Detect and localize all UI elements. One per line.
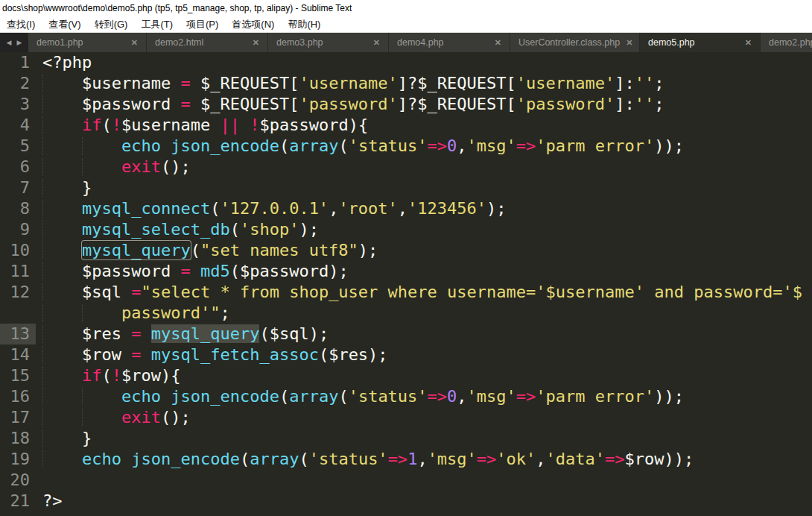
indent-guide <box>42 75 43 92</box>
menu-item-6[interactable]: 帮助(H) <box>281 16 327 32</box>
code-token: '' <box>635 95 655 113</box>
code-token: $username <box>42 74 180 92</box>
code-token: if <box>82 366 102 385</box>
tab-close-icon[interactable]: ✕ <box>373 38 380 48</box>
code-text[interactable]: echo json_encode(array('status'=>0,'msg'… <box>36 386 812 407</box>
tab-label: demo4.php <box>397 37 444 48</box>
code-editor[interactable]: 1<?php2 $username = $_REQUEST['username'… <box>0 52 812 516</box>
tab-demo5.php[interactable]: demo5.php✕ <box>640 33 761 52</box>
code-text[interactable]: $sql ="select * from shop_user where use… <box>36 282 812 303</box>
code-line-wrap: password'"; <box>0 303 812 324</box>
code-token: = <box>131 345 141 364</box>
code-token: array <box>250 450 299 468</box>
code-text[interactable]: mysql_connect('127.0.0.1','root','123456… <box>36 198 812 219</box>
line-number: 1 <box>0 52 36 73</box>
code-token: password'" <box>42 303 220 322</box>
code-text[interactable]: exit(); <box>36 407 812 428</box>
line-number <box>0 303 36 324</box>
code-text[interactable]: echo json_encode(array('status'=>1,'msg'… <box>36 449 812 470</box>
menu-item-2[interactable]: 转到(G) <box>88 16 135 32</box>
code-text[interactable]: $password = md5($password); <box>36 261 812 282</box>
menu-item-5[interactable]: 首选项(N) <box>225 16 281 32</box>
tab-demo2.html[interactable]: demo2.html✕ <box>147 33 268 52</box>
code-token: json_encode <box>171 136 279 155</box>
tab-close-icon[interactable]: ✕ <box>626 38 632 48</box>
code-token: => <box>388 450 408 468</box>
code-token: mysql_connect <box>82 199 210 218</box>
code-token: mysql_query <box>82 241 191 259</box>
code-line-17: 17 exit(); <box>0 407 812 428</box>
line-number: 17 <box>0 407 36 428</box>
tab-scroll-left-icon[interactable]: ◀ <box>7 39 12 46</box>
code-token <box>42 220 82 239</box>
tab-demo4.php[interactable]: demo4.php✕ <box>389 33 510 52</box>
code-text[interactable]: mysql_query("set names utf8"); <box>36 240 812 261</box>
line-number: 8 <box>0 198 36 219</box>
tab-close-icon[interactable]: ✕ <box>495 38 501 48</box>
tab-scroll-right-icon[interactable]: ▶ <box>17 39 22 46</box>
menu-item-0[interactable]: 查找(I) <box>0 16 42 32</box>
code-text[interactable]: <?php <box>36 52 812 73</box>
code-token: 'msg' <box>467 387 516 406</box>
menu-item-1[interactable]: 查看(V) <box>42 16 87 32</box>
code-token: ! <box>112 116 121 134</box>
tab-demo3.php[interactable]: demo3.php✕ <box>268 33 389 52</box>
code-text[interactable]: } <box>36 177 812 198</box>
tab-demo1.php[interactable]: demo1.php✕ <box>28 33 147 52</box>
line-number: 16 <box>0 386 36 407</box>
code-text[interactable] <box>36 470 812 491</box>
indent-guide <box>82 409 83 427</box>
code-text[interactable]: echo json_encode(array('status'=>0,'msg'… <box>36 136 812 157</box>
code-token: , <box>329 199 338 218</box>
code-token: ; <box>654 74 664 92</box>
tab-close-icon[interactable]: ✕ <box>745 38 752 48</box>
code-text[interactable]: $password = $_REQUEST['password']?$_REQU… <box>36 94 812 115</box>
code-token: ( <box>240 450 250 468</box>
tab-close-icon[interactable]: ✕ <box>253 38 259 48</box>
tab-UserController.class.php[interactable]: UserController.class.php✕ <box>510 33 640 52</box>
code-token: 0 <box>447 387 457 406</box>
code-token: $_REQUEST[ <box>191 74 299 92</box>
code-text[interactable]: $res = mysql_query($sql); <box>36 324 812 344</box>
code-token: (); <box>161 157 191 176</box>
code-text[interactable]: } <box>36 428 812 449</box>
code-token: || <box>220 116 240 134</box>
code-text[interactable]: $username = $_REQUEST['username']?$_REQU… <box>36 73 812 94</box>
tab-label: demo2.php <box>769 37 812 48</box>
code-line-14: 14 $row = mysql_fetch_assoc($res); <box>0 344 812 365</box>
code-token: '127.0.0.1' <box>220 199 329 218</box>
code-token: if <box>82 116 102 134</box>
indent-guide <box>42 262 43 280</box>
indent-guide <box>42 116 43 134</box>
code-text[interactable]: $row = mysql_fetch_assoc($res); <box>36 344 812 365</box>
code-token <box>42 116 82 134</box>
code-token: 'status' <box>349 136 428 155</box>
code-text[interactable]: password'"; <box>36 303 812 324</box>
code-token: ! <box>112 366 121 385</box>
code-text[interactable]: exit(); <box>36 157 812 177</box>
tab-close-icon[interactable]: ✕ <box>131 38 138 48</box>
code-token: , <box>417 450 427 468</box>
indent-guide <box>82 137 83 155</box>
code-text[interactable]: ?> <box>36 491 812 512</box>
code-token: json_encode <box>171 387 279 406</box>
line-number: 7 <box>0 177 36 198</box>
code-text[interactable]: if(!$username || !$password){ <box>36 115 812 136</box>
code-line-21: 21?> <box>0 491 812 512</box>
code-token: ]?$_REQUEST[ <box>398 74 516 92</box>
code-token: 'msg' <box>467 136 516 155</box>
tab-demo2.php[interactable]: demo2.php✕ <box>761 33 812 52</box>
code-token <box>42 450 82 468</box>
menu-item-3[interactable]: 工具(T) <box>134 16 180 32</box>
menu-item-4[interactable]: 项目(P) <box>180 16 225 32</box>
code-line-15: 15 if(!$row){ <box>0 365 812 386</box>
code-token: ( <box>101 366 111 385</box>
code-token: ); <box>299 220 319 239</box>
code-token <box>161 136 171 155</box>
code-token: array <box>289 136 338 155</box>
code-text[interactable]: mysql_select_db('shop'); <box>36 219 812 240</box>
tab-label: demo3.php <box>276 37 323 48</box>
code-token: 'data' <box>546 450 605 468</box>
indent-guide <box>42 367 43 385</box>
code-text[interactable]: if(!$row){ <box>36 365 812 386</box>
